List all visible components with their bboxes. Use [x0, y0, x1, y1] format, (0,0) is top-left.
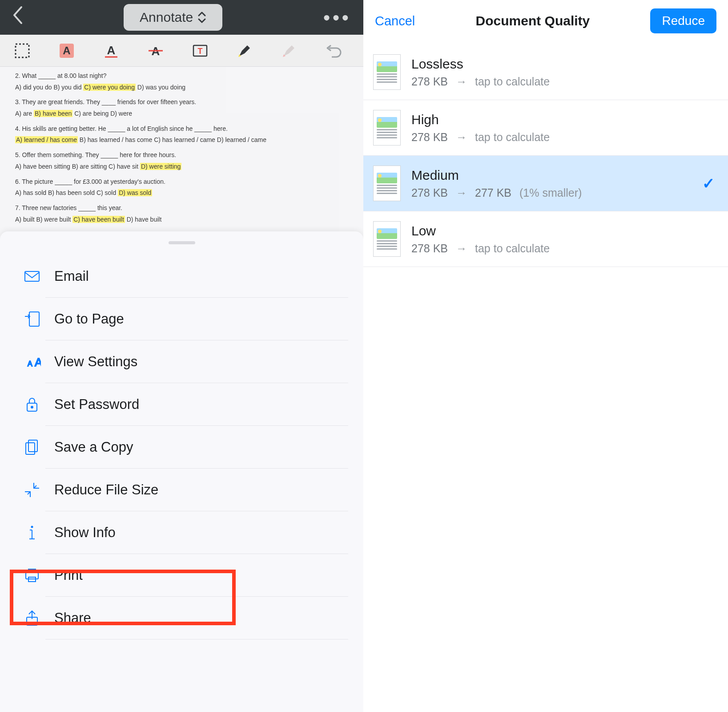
thumbnail-icon — [373, 221, 401, 257]
reduce-button[interactable]: Reduce — [650, 8, 716, 33]
action-sheet: Email Go to Page AA View Settings Set Pa… — [0, 231, 363, 712]
quality-row-low[interactable]: Low 278 KB → tap to calculate — [363, 211, 728, 267]
sheet-grabber[interactable] — [169, 241, 195, 244]
back-icon[interactable] — [12, 6, 23, 29]
underline-text-icon[interactable]: A — [101, 41, 121, 61]
quality-label: Low — [411, 223, 715, 239]
thumbnail-icon — [373, 54, 401, 90]
quality-meta: 278 KB → tap to calculate — [411, 131, 715, 144]
page-title: Document Quality — [476, 13, 590, 28]
menu-view-settings[interactable]: AA View Settings — [0, 340, 363, 383]
quality-meta: 278 KB → tap to calculate — [411, 242, 715, 255]
svg-rect-22 — [28, 569, 36, 573]
quality-meta: 278 KB → 277 KB (1% smaller) — [411, 186, 715, 199]
select-rect-icon[interactable] — [12, 41, 32, 61]
top-bar: Annotate ●●● — [0, 0, 363, 35]
share-icon — [23, 609, 54, 627]
arrow-right-icon: → — [456, 131, 467, 144]
compress-icon — [23, 481, 54, 499]
menu-label: Email — [54, 268, 89, 284]
mode-label: Annotate — [140, 10, 193, 25]
svg-rect-10 — [29, 312, 39, 326]
menu-label: Reduce File Size — [54, 482, 158, 498]
arrow-right-icon: → — [456, 186, 467, 199]
svg-text:T: T — [198, 47, 203, 56]
menu-reduce-file-size[interactable]: Reduce File Size — [0, 469, 363, 511]
svg-text:A: A — [28, 360, 32, 368]
svg-text:A: A — [35, 356, 41, 369]
cancel-button[interactable]: Cancel — [375, 14, 415, 28]
svg-rect-15 — [28, 440, 37, 452]
svg-rect-16 — [26, 443, 35, 454]
highlight-text-icon[interactable]: A — [57, 41, 76, 61]
right-pane: Cancel Document Quality Reduce Lossless … — [363, 0, 728, 712]
menu-label: Set Password — [54, 396, 139, 413]
menu-save-copy[interactable]: Save a Copy — [0, 426, 363, 469]
quality-label: Lossless — [411, 57, 715, 72]
text-size-icon: AA — [23, 353, 54, 371]
undo-icon[interactable] — [324, 41, 343, 61]
quality-row-high[interactable]: High 278 KB → tap to calculate — [363, 100, 728, 156]
svg-point-14 — [31, 406, 33, 408]
print-icon — [23, 566, 54, 584]
arrow-right-icon: → — [456, 242, 467, 255]
thumbnail-icon — [373, 166, 401, 201]
lock-icon — [23, 396, 54, 413]
annotation-toolbar: A A A T — [0, 35, 363, 67]
copy-icon — [23, 438, 54, 456]
menu-label: View Settings — [54, 354, 137, 370]
marker-icon[interactable] — [235, 41, 254, 61]
menu-email[interactable]: Email — [0, 255, 363, 298]
svg-text:A: A — [63, 44, 70, 57]
menu-print[interactable]: Print — [0, 554, 363, 597]
quality-row-medium[interactable]: Medium 278 KB → 277 KB (1% smaller) ✓ — [363, 156, 728, 211]
menu-label: Show Info — [54, 525, 116, 541]
quality-label: High — [411, 112, 715, 127]
svg-rect-21 — [26, 573, 38, 579]
email-icon — [23, 267, 54, 285]
menu-label: Share — [54, 610, 91, 626]
svg-rect-9 — [25, 271, 39, 281]
chevron-updown-icon — [197, 11, 206, 24]
goto-page-icon — [23, 310, 54, 328]
arrow-right-icon: → — [456, 75, 467, 88]
more-icon[interactable]: ●●● — [323, 10, 351, 24]
quality-header: Cancel Document Quality Reduce — [363, 0, 728, 42]
checkmark-icon: ✓ — [702, 174, 715, 192]
menu-label: Print — [54, 567, 83, 583]
left-pane: Annotate ●●● A A A T 2. What _____ at 8.… — [0, 0, 363, 712]
menu-label: Go to Page — [54, 311, 124, 327]
menu-share[interactable]: Share — [0, 597, 363, 639]
svg-text:A: A — [107, 44, 116, 57]
quality-label: Medium — [411, 168, 715, 183]
quality-list: Lossless 278 KB → tap to calculate High … — [363, 42, 728, 267]
textbox-icon[interactable]: T — [190, 41, 210, 61]
eraser-icon[interactable] — [279, 41, 299, 61]
svg-rect-0 — [16, 44, 29, 57]
mode-selector[interactable]: Annotate — [124, 4, 222, 31]
menu-label: Save a Copy — [54, 439, 133, 455]
quality-meta: 278 KB → tap to calculate — [411, 75, 715, 88]
menu-goto-page[interactable]: Go to Page — [0, 298, 363, 340]
thumbnail-icon — [373, 110, 401, 146]
strikethrough-icon[interactable]: A — [146, 41, 165, 61]
quality-row-lossless[interactable]: Lossless 278 KB → tap to calculate — [363, 44, 728, 100]
svg-point-17 — [31, 526, 33, 528]
menu-set-password[interactable]: Set Password — [0, 383, 363, 426]
info-icon — [23, 524, 54, 542]
menu-show-info[interactable]: Show Info — [0, 511, 363, 554]
